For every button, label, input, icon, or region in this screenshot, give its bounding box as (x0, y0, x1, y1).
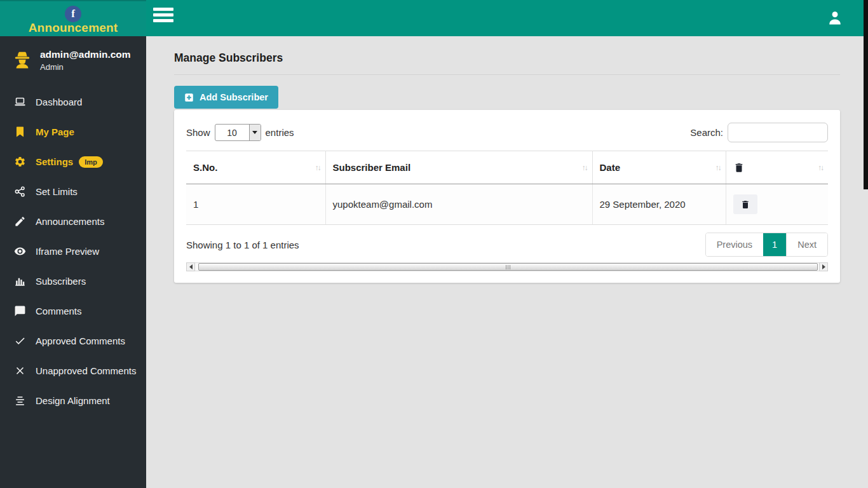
add-subscriber-button[interactable]: Add Subscriber (174, 86, 278, 109)
bar-chart-icon (14, 275, 26, 287)
sidebar-item-approved-comments[interactable]: Approved Comments (0, 326, 146, 356)
sidebar-item-label: Unapproved Comments (36, 365, 136, 376)
previous-page-button[interactable]: Previous (706, 233, 763, 256)
page-length-value: 10 (215, 125, 249, 140)
scrollbar-thumb[interactable] (198, 263, 818, 271)
imp-badge: Imp (79, 156, 103, 168)
sidebar-item-design-alignment[interactable]: Design Alignment (0, 386, 146, 416)
sidebar-item-label: Subscribers (36, 276, 86, 287)
sidebar-item-set-limits[interactable]: Set Limits (0, 177, 146, 207)
main-content: Manage Subscribers Add Subscriber Show 1… (146, 36, 868, 488)
cell-delete (726, 184, 828, 225)
header-date[interactable]: Date ↑↓ (592, 151, 726, 184)
sort-icon: ↑↓ (715, 163, 721, 172)
scrollbar-grip-icon (505, 265, 511, 269)
header-sno[interactable]: S.No. ↑↓ (186, 151, 325, 184)
comment-icon (14, 305, 26, 317)
facebook-icon: f (65, 6, 81, 22)
sort-icon: ↑↓ (818, 163, 823, 172)
topbar (146, 0, 868, 36)
page-title: Manage Subscribers (174, 51, 840, 65)
pencil-icon (14, 215, 26, 227)
page-length-select[interactable]: 10 (215, 124, 261, 141)
header-date-label: Date (600, 162, 621, 173)
horizontal-scrollbar (186, 262, 828, 271)
check-icon (14, 335, 26, 347)
user-info: admin@admin.com Admin (40, 49, 131, 72)
header-email-label: Subscriber Email (333, 162, 411, 173)
user-role: Admin (40, 62, 131, 72)
cell-email: yupokteam@gmail.com (325, 184, 592, 225)
eye-icon (14, 245, 26, 257)
entries-label: entries (266, 127, 294, 138)
sidebar-item-iframe-preview[interactable]: Iframe Preview (0, 236, 146, 266)
x-icon (14, 365, 26, 377)
table-controls: Show 10 entries Search: (186, 123, 828, 142)
current-page-button[interactable]: 1 (763, 233, 786, 256)
sidebar-item-my-page[interactable]: My Page (0, 117, 146, 147)
header-sno-label: S.No. (193, 162, 217, 173)
table-row: 1 yupokteam@gmail.com 29 September, 2020 (186, 184, 828, 225)
sidebar-item-unapproved-comments[interactable]: Unapproved Comments (0, 356, 146, 386)
trash-icon (733, 162, 745, 173)
delete-subscriber-button[interactable] (733, 194, 757, 214)
user-email: admin@admin.com (40, 49, 131, 60)
cell-date: 29 September, 2020 (592, 184, 726, 225)
sort-icon: ↑↓ (315, 163, 320, 172)
user-panel: admin@admin.com Admin (0, 36, 146, 87)
cell-sno: 1 (186, 184, 325, 225)
person-icon[interactable] (826, 9, 844, 27)
add-subscriber-label: Add Subscriber (200, 92, 268, 102)
align-icon (14, 395, 26, 407)
spy-icon (13, 51, 32, 70)
sort-icon: ↑↓ (582, 163, 587, 172)
nodes-icon (14, 186, 26, 198)
sidebar-item-label: Dashboard (36, 97, 82, 107)
sidebar-item-label: Design Alignment (36, 395, 110, 406)
sidebar-item-label: Approved Comments (36, 336, 125, 346)
bookmark-icon (14, 126, 26, 138)
scrollbar-track[interactable] (195, 262, 819, 271)
header-delete[interactable]: ↑↓ (726, 151, 828, 184)
app-title: Announcement (29, 21, 118, 35)
sidebar-nav: Dashboard My Page Settings Imp Set Limit… (0, 87, 146, 416)
app-logo: f Announcement (0, 0, 146, 36)
vertical-scrollbar-thumb[interactable] (864, 0, 868, 189)
gear-icon (14, 156, 26, 168)
sidebar-item-dashboard[interactable]: Dashboard (0, 87, 146, 117)
sidebar-item-settings[interactable]: Settings Imp (0, 147, 146, 177)
search-label: Search: (690, 127, 723, 138)
sidebar-item-comments[interactable]: Comments (0, 296, 146, 326)
page-length-control: Show 10 entries (186, 124, 294, 141)
sidebar-item-subscribers[interactable]: Subscribers (0, 266, 146, 296)
plus-square-icon (184, 93, 194, 102)
scroll-left-arrow[interactable] (186, 262, 195, 271)
show-label: Show (186, 127, 210, 138)
sidebar-item-label: Settings (36, 156, 73, 167)
sidebar-item-label: Announcements (36, 216, 104, 227)
hamburger-icon[interactable] (151, 7, 176, 30)
table-header-row: S.No. ↑↓ Subscriber Email ↑↓ Date ↑↓ ↑↓ (186, 151, 828, 184)
entries-info: Showing 1 to 1 of 1 entries (186, 240, 299, 250)
sidebar-item-label: My Page (36, 126, 74, 137)
sidebar-item-label: Comments (36, 306, 82, 316)
laptop-icon (14, 96, 26, 108)
title-divider (174, 74, 840, 75)
sidebar: f Announcement admin@admin.com Admin Das… (0, 0, 146, 488)
sidebar-item-label: Set Limits (36, 186, 78, 197)
chevron-down-icon (249, 125, 261, 140)
search-input[interactable] (728, 123, 828, 142)
subscribers-table: S.No. ↑↓ Subscriber Email ↑↓ Date ↑↓ ↑↓ (186, 151, 828, 225)
sidebar-item-label: Iframe Preview (36, 246, 99, 257)
table-footer: Showing 1 to 1 of 1 entries Previous 1 N… (186, 233, 828, 257)
subscribers-card: Show 10 entries Search: S.No. ↑↓ (174, 110, 840, 283)
trash-icon (740, 200, 750, 210)
search-control: Search: (690, 123, 828, 142)
scroll-right-arrow[interactable] (819, 262, 828, 271)
sidebar-item-announcements[interactable]: Announcements (0, 207, 146, 236)
pagination: Previous 1 Next (705, 233, 828, 257)
next-page-button[interactable]: Next (786, 233, 827, 256)
header-subscriber-email[interactable]: Subscriber Email ↑↓ (325, 151, 592, 184)
